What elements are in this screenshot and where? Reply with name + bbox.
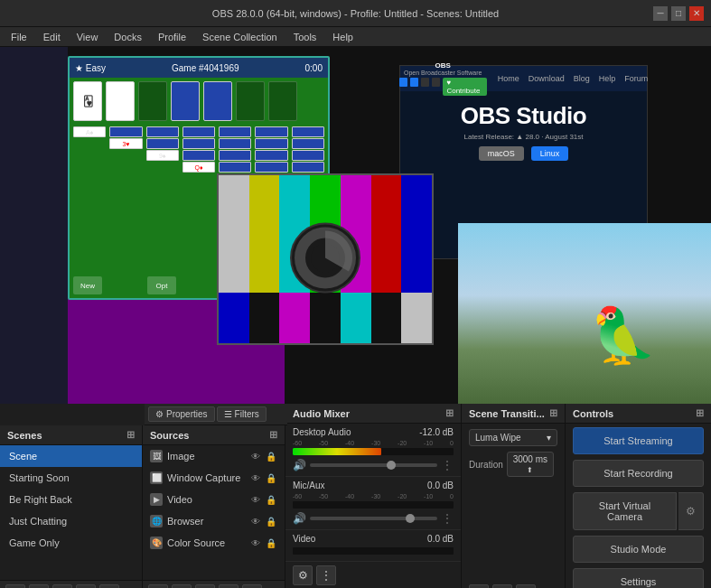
nav-forum[interactable]: Forum bbox=[624, 74, 648, 83]
menu-bar: File Edit View Docks Profile Scene Colle… bbox=[0, 27, 711, 47]
video-source-icon: ▶ bbox=[150, 493, 163, 506]
start-streaming-button[interactable]: Start Streaming bbox=[573, 427, 704, 454]
audio-menu-btn[interactable]: ⋮ bbox=[316, 565, 336, 585]
maximize-button[interactable]: □ bbox=[671, 6, 686, 21]
audio-panel-icon[interactable]: ⊞ bbox=[445, 407, 454, 419]
mic-audio-thumb bbox=[406, 514, 415, 523]
card-slot-2 bbox=[106, 81, 135, 121]
source-visibility-btn[interactable]: 👁 bbox=[249, 471, 262, 484]
close-button[interactable]: ✕ bbox=[689, 6, 704, 21]
desktop-audio-thumb bbox=[387, 461, 396, 470]
scenes-delete-button[interactable]: 🗑 bbox=[29, 584, 49, 588]
sources-down-button[interactable]: ∨ bbox=[242, 584, 262, 588]
bg-left-strip bbox=[0, 47, 68, 404]
studio-mode-button[interactable]: Studio Mode bbox=[573, 536, 704, 563]
virtual-camera-settings-button[interactable]: ⚙ bbox=[678, 492, 704, 530]
sources-panel-icon[interactable]: ⊞ bbox=[269, 429, 277, 441]
source-visibility-btn[interactable]: 👁 bbox=[249, 450, 262, 462]
scenes-settings-button[interactable]: ⚙ bbox=[52, 584, 72, 588]
source-lock-btn[interactable]: 🔒 bbox=[265, 471, 277, 484]
nav-home[interactable]: Home bbox=[498, 74, 519, 83]
mic-aux-db: 0.0 dB bbox=[427, 481, 454, 490]
sol-options-btn[interactable]: Opt bbox=[147, 276, 176, 294]
scenes-up-button[interactable]: ∧ bbox=[76, 584, 96, 588]
scenes-down-button[interactable]: ∨ bbox=[99, 584, 119, 588]
filters-button[interactable]: ☰ Filters bbox=[217, 406, 267, 422]
transitions-delete-button[interactable]: 🗑 bbox=[492, 584, 512, 588]
mic-audio-menu[interactable]: ⋮ bbox=[441, 511, 454, 526]
obs-linux-btn[interactable]: Linux bbox=[531, 146, 569, 161]
source-item-window-capture[interactable]: ⬜ Window Capture 👁 🔒 bbox=[143, 467, 285, 489]
sol-card: 9♠ bbox=[146, 150, 179, 161]
source-item-video[interactable]: ▶ Video 👁 🔒 bbox=[143, 489, 285, 510]
settings-button[interactable]: Settings bbox=[573, 568, 704, 588]
menu-help[interactable]: Help bbox=[325, 30, 360, 44]
source-visibility-btn[interactable]: 👁 bbox=[249, 515, 262, 527]
audio-panel-title: Audio Mixer bbox=[293, 408, 350, 419]
start-virtual-camera-button[interactable]: Start Virtual Camera bbox=[573, 492, 677, 530]
source-visibility-btn[interactable]: 👁 bbox=[249, 493, 262, 506]
properties-filters-bar: ⚙ Properties ☰ Filters bbox=[145, 404, 287, 425]
minimize-button[interactable]: ─ bbox=[653, 6, 668, 21]
sources-delete-button[interactable]: 🗑 bbox=[172, 584, 192, 588]
desktop-audio-mute[interactable]: 🔊 bbox=[293, 459, 306, 471]
mic-audio-fader[interactable] bbox=[310, 517, 437, 520]
duration-input[interactable]: 3000 ms ⬆ bbox=[507, 452, 554, 477]
transitions-panel-icon[interactable]: ⊞ bbox=[549, 407, 557, 419]
source-lock-btn[interactable]: 🔒 bbox=[265, 537, 277, 549]
sources-add-button[interactable]: + bbox=[148, 584, 168, 588]
start-recording-button[interactable]: Start Recording bbox=[573, 460, 704, 487]
color-bar-yellow bbox=[249, 175, 280, 293]
source-item-browser[interactable]: 🌐 Browser 👁 🔒 bbox=[143, 510, 285, 532]
scene-item-scene[interactable]: Scene bbox=[0, 445, 142, 467]
controls-panel-icon[interactable]: ⊞ bbox=[696, 407, 704, 419]
desktop-audio-fader[interactable] bbox=[310, 463, 437, 467]
obs-hero: OBS Studio Latest Release: ▲ 28.0 · Augu… bbox=[400, 91, 647, 166]
sources-panel-header: Sources ⊞ bbox=[143, 425, 285, 445]
sources-up-button[interactable]: ∧ bbox=[219, 584, 239, 588]
scene-item-be-right-back[interactable]: Be Right Back bbox=[0, 489, 142, 510]
source-lock-btn[interactable]: 🔒 bbox=[265, 493, 277, 506]
color-bar-b7 bbox=[401, 293, 432, 343]
title-text: OBS 28.0.0 (64-bit, windows) - Profile: … bbox=[7, 8, 704, 19]
menu-edit[interactable]: Edit bbox=[36, 30, 68, 44]
sources-panel: Sources ⊞ 🖼 Image 👁 🔒 ⬜ Window Capture 👁… bbox=[143, 425, 285, 588]
nav-help[interactable]: Help bbox=[599, 74, 616, 83]
audio-channel-video: Video 0.0 dB bbox=[285, 530, 461, 562]
scenes-panel-icon[interactable]: ⊞ bbox=[126, 429, 135, 441]
source-lock-btn[interactable]: 🔒 bbox=[265, 515, 277, 527]
sources-settings-button[interactable]: ⚙ bbox=[195, 584, 215, 588]
menu-profile[interactable]: Profile bbox=[151, 30, 193, 44]
menu-docks[interactable]: Docks bbox=[107, 30, 149, 44]
menu-scene-collection[interactable]: Scene Collection bbox=[195, 30, 285, 44]
color-bar-b5 bbox=[341, 293, 371, 343]
source-item-color-source[interactable]: 🎨 Color Source 👁 🔒 bbox=[143, 532, 285, 554]
desktop-audio-menu[interactable]: ⋮ bbox=[441, 458, 454, 472]
mic-audio-mute[interactable]: 🔊 bbox=[293, 512, 306, 525]
contribute-badge: ♥ Contribute bbox=[443, 78, 486, 96]
properties-button[interactable]: ⚙ Properties bbox=[148, 406, 215, 422]
nav-blog[interactable]: Blog bbox=[574, 74, 590, 83]
transition-select[interactable]: Luma Wipe ▾ bbox=[469, 429, 557, 446]
source-visibility-btn[interactable]: 👁 bbox=[249, 537, 262, 549]
obs-macos-btn[interactable]: macOS bbox=[479, 146, 524, 161]
menu-file[interactable]: File bbox=[4, 30, 34, 44]
source-item-image[interactable]: 🖼 Image 👁 🔒 bbox=[143, 445, 285, 467]
sol-card-facedown bbox=[146, 126, 179, 137]
scene-item-starting-soon[interactable]: Starting Soon bbox=[0, 467, 142, 489]
scenes-add-button[interactable]: + bbox=[5, 584, 25, 588]
audio-add-btn[interactable]: ⚙ bbox=[293, 565, 313, 585]
sol-new-btn[interactable]: New bbox=[73, 276, 102, 294]
menu-tools[interactable]: Tools bbox=[286, 30, 324, 44]
card-slot-7 bbox=[268, 81, 297, 121]
solitaire-time: 0:00 bbox=[305, 63, 323, 73]
nav-download[interactable]: Download bbox=[529, 74, 565, 83]
scene-item-game-only[interactable]: Game Only bbox=[0, 532, 142, 554]
source-lock-btn[interactable]: 🔒 bbox=[265, 450, 277, 462]
transitions-settings-button[interactable]: ⚙ bbox=[516, 584, 536, 588]
source-name-video: Video bbox=[167, 494, 245, 505]
sol-card-facedown bbox=[219, 126, 251, 137]
transitions-add-button[interactable]: + bbox=[469, 584, 489, 588]
scene-item-just-chatting[interactable]: Just Chatting bbox=[0, 510, 142, 532]
menu-view[interactable]: View bbox=[70, 30, 106, 44]
